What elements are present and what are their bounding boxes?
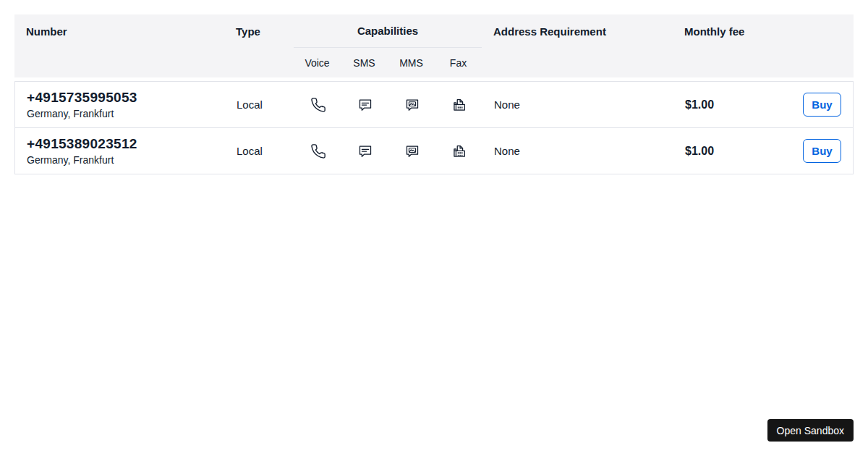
phone-number: +4915735995053 — [27, 90, 237, 106]
monthly-fee: $1.00 — [673, 145, 767, 158]
number-type: Local — [237, 145, 294, 157]
voice-phone-icon — [294, 97, 341, 113]
voice-phone-icon — [294, 143, 341, 159]
capabilities-cell — [294, 143, 482, 159]
table-row: +4915389023512 Germany, Frankfurt Local — [15, 127, 853, 174]
address-requirement: None — [482, 145, 673, 157]
column-header-capabilities: Capabilities — [294, 14, 482, 48]
column-header-address-requirement: Address Requirement — [482, 25, 673, 38]
sms-bubble-icon — [341, 97, 388, 113]
column-subheader-sms: SMS — [341, 57, 388, 69]
table-header: Number Type Capabilities Address Require… — [14, 14, 854, 77]
fax-icon — [435, 143, 482, 159]
phone-number: +4915389023512 — [27, 136, 237, 152]
buy-button[interactable]: Buy — [803, 93, 841, 117]
number-cell: +4915735995053 Germany, Frankfurt — [15, 90, 237, 119]
available-numbers-table: Number Type Capabilities Address Require… — [14, 14, 854, 174]
number-type: Local — [237, 98, 294, 111]
number-cell: +4915389023512 Germany, Frankfurt — [15, 136, 237, 166]
buy-button[interactable]: Buy — [803, 139, 841, 163]
column-header-number: Number — [14, 25, 236, 38]
mms-image-bubble-icon — [388, 143, 435, 159]
address-requirement: None — [482, 98, 673, 111]
column-subheader-voice: Voice — [294, 57, 341, 69]
fax-icon — [435, 97, 482, 113]
capabilities-cell — [294, 97, 482, 113]
table-body: +4915735995053 Germany, Frankfurt Local — [14, 81, 854, 174]
table-header-main-row: Number Type Capabilities Address Require… — [14, 14, 854, 48]
monthly-fee: $1.00 — [673, 98, 767, 111]
page: Number Type Capabilities Address Require… — [0, 0, 868, 456]
buy-cell: Buy — [767, 93, 854, 117]
column-header-type: Type — [236, 25, 294, 38]
sms-bubble-icon — [341, 143, 388, 159]
table-row: +4915735995053 Germany, Frankfurt Local — [15, 81, 853, 127]
column-subheader-mms: MMS — [388, 57, 435, 69]
number-location: Germany, Frankfurt — [27, 154, 237, 166]
buy-cell: Buy — [767, 139, 854, 163]
column-header-monthly-fee: Monthly fee — [673, 25, 767, 38]
number-location: Germany, Frankfurt — [27, 108, 237, 119]
mms-image-bubble-icon — [388, 97, 435, 113]
table-header-capability-row: Voice SMS MMS Fax — [14, 48, 854, 77]
open-sandbox-button[interactable]: Open Sandbox — [767, 419, 854, 442]
column-subheader-fax: Fax — [435, 57, 482, 69]
